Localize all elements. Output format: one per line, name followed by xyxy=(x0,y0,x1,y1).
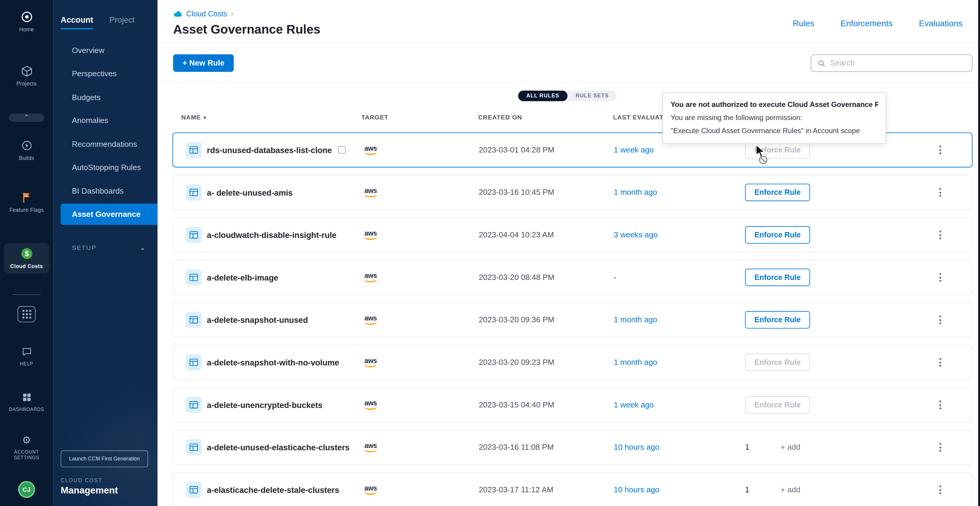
toggle-all-rules[interactable]: ALL RULES xyxy=(518,90,568,101)
sidebar-item-projects[interactable]: Projects xyxy=(0,64,53,87)
sidebar-item-account-settings[interactable]: ⚙ ACCOUNT SETTINGS xyxy=(0,433,53,461)
table-row[interactable]: a-delete-snapshot-unused aws 2023-03-20 … xyxy=(172,302,972,337)
toolbar-divider xyxy=(158,82,980,82)
sidebar-item-overview[interactable]: Overview xyxy=(53,40,158,61)
rule-name: a-delete-unencrypted-buckets xyxy=(207,400,322,409)
sidebar-item-builds[interactable]: Builds xyxy=(0,139,53,162)
nav-link-rules[interactable]: Rules xyxy=(793,19,815,28)
last-evaluation: 10 hours ago xyxy=(614,485,745,494)
last-evaluation: 3 weeks ago xyxy=(614,230,745,239)
harness-logo-icon xyxy=(20,10,33,24)
user-avatar[interactable]: CJ xyxy=(18,481,35,498)
kebab-menu[interactable] xyxy=(914,485,972,494)
tab-account[interactable]: Account xyxy=(60,15,93,29)
table-row[interactable]: a-delete-elb-image aws 2023-03-20 08:48 … xyxy=(172,260,972,295)
main-content: Cloud Costs › Asset Governance Rules Rul… xyxy=(158,0,980,506)
help-chat-icon xyxy=(20,345,33,358)
kebab-menu[interactable] xyxy=(914,188,972,197)
column-header-target: TARGET xyxy=(361,114,388,121)
breadcrumb-cloud-costs-link[interactable]: Cloud Costs xyxy=(186,9,227,18)
rule-icon xyxy=(186,312,202,328)
last-evaluation: 10 hours ago xyxy=(614,443,745,452)
kebab-menu[interactable] xyxy=(914,443,972,452)
sidebar-item-label: Feature Flags xyxy=(9,207,43,213)
kebab-menu[interactable] xyxy=(914,316,972,324)
sidebar-item-label: Home xyxy=(19,26,34,33)
sidebar-item-recommendations[interactable]: Recommendations xyxy=(53,134,158,155)
breadcrumb: Cloud Costs › xyxy=(173,9,233,18)
module-selector-button[interactable] xyxy=(18,306,36,322)
created-on: 2023-03-01 04:28 PM xyxy=(479,146,614,154)
rules-rulesets-toggle: ALL RULES RULE SETS xyxy=(518,90,617,101)
header-divider xyxy=(158,43,980,43)
enforce-rule-button[interactable]: Enforce Rule xyxy=(745,311,810,329)
last-evaluation: - xyxy=(614,273,745,282)
enforce-rule-button[interactable]: Enforce Rule xyxy=(745,184,810,201)
kebab-menu[interactable] xyxy=(914,358,972,366)
tab-project[interactable]: Project xyxy=(109,15,135,29)
sidebar-item-asset-governance[interactable]: Asset Governance xyxy=(60,204,158,225)
enforce-rule-button[interactable]: Enforce Rule xyxy=(745,141,810,159)
sidebar-item-bi-dashboards[interactable]: BI Dashboards xyxy=(53,181,158,201)
sidebar-item-autostopping-rules[interactable]: AutoStopping Rules xyxy=(53,157,158,178)
sidebar-item-perspectives[interactable]: Perspectives xyxy=(53,63,158,84)
launch-ccm-first-gen-button[interactable]: Launch CCM First Generation xyxy=(60,450,148,467)
last-evaluation: 1 week ago xyxy=(614,146,745,154)
rule-icon xyxy=(186,227,202,243)
rule-icon xyxy=(186,482,202,498)
enforcement-count: 1 xyxy=(745,443,749,452)
enforce-rule-button[interactable]: Enforce Rule xyxy=(745,269,810,286)
table-row[interactable]: a-elasticache-delete-stale-clusters aws … xyxy=(172,472,972,506)
search-input[interactable] xyxy=(830,59,966,67)
sidebar-item-dashboards[interactable]: DASHBOARDS xyxy=(0,390,53,412)
search-box xyxy=(811,54,972,72)
last-evaluation: 1 month ago xyxy=(614,188,745,197)
rule-name: a-delete-snapshot-with-no-volume xyxy=(207,358,339,367)
collapse-modules-button[interactable]: ⌃ xyxy=(9,114,45,122)
table-row[interactable]: a- delete-unused-amis aws 2023-03-16 10:… xyxy=(172,175,972,210)
add-enforcement-link[interactable]: + add xyxy=(781,443,800,452)
table-row[interactable]: a-delete-unused-elasticache-clusters aws… xyxy=(172,430,972,465)
kebab-menu[interactable] xyxy=(914,401,972,409)
kebab-menu[interactable] xyxy=(914,273,972,282)
created-on: 2023-03-15 04:40 PM xyxy=(479,401,614,409)
column-header-name[interactable]: NAME▾ xyxy=(181,114,207,121)
kebab-menu[interactable] xyxy=(914,146,972,154)
sidebar-item-help[interactable]: HELP xyxy=(0,345,53,367)
setup-section-toggle[interactable]: SETUP ⌄ xyxy=(72,244,146,252)
sidebar-item-feature-flags[interactable]: Feature Flags xyxy=(0,190,53,214)
new-rule-button[interactable]: + New Rule xyxy=(173,54,234,72)
sidebar-item-budgets[interactable]: Budgets xyxy=(53,87,158,108)
sidebar-item-label: ACCOUNT SETTINGS xyxy=(5,449,49,461)
rules-table: rds-unused-databases-list-clone aws 2023… xyxy=(172,133,972,506)
rule-name: a- delete-unused-amis xyxy=(207,188,293,197)
table-row[interactable]: a-delete-snapshot-with-no-volume aws 202… xyxy=(172,345,972,380)
page-title: Asset Governance Rules xyxy=(173,23,320,37)
primary-sidebar: Home Projects ⌃ Builds Feature Flags $ xyxy=(0,0,53,506)
tooltip-line: You are missing the following permission… xyxy=(671,111,878,124)
copy-icon[interactable] xyxy=(338,146,346,154)
nav-link-enforcements[interactable]: Enforcements xyxy=(840,19,893,28)
cloud-icon xyxy=(173,10,182,17)
sidebar-item-home[interactable]: Home xyxy=(0,10,53,33)
toggle-rule-sets[interactable]: RULE SETS xyxy=(568,90,617,101)
aws-logo-icon: aws xyxy=(363,357,379,368)
chevron-down-icon: ⌄ xyxy=(140,244,146,252)
cloud-costs-dollar-icon: $ xyxy=(20,247,33,260)
add-enforcement-link[interactable]: + add xyxy=(781,485,800,494)
kebab-menu[interactable] xyxy=(914,230,972,239)
rule-icon xyxy=(186,354,202,371)
table-row[interactable]: a-delete-unencrypted-buckets aws 2023-03… xyxy=(172,387,972,422)
enforce-rule-button[interactable]: Enforce Rule xyxy=(745,396,810,414)
enforce-rule-button[interactable]: Enforce Rule xyxy=(745,226,810,244)
sidebar-item-cloud-costs[interactable]: $ Cloud Costs xyxy=(4,243,49,273)
nav-link-evaluations[interactable]: Evaluations xyxy=(919,19,963,28)
rule-icon xyxy=(186,269,202,286)
aws-logo-icon: aws xyxy=(363,230,379,240)
sidebar-item-label: Builds xyxy=(19,155,34,162)
enforce-rule-button[interactable]: Enforce Rule xyxy=(745,354,810,371)
sidebar-item-anomalies[interactable]: Anomalies xyxy=(53,110,158,131)
scope-tabs: Account Project xyxy=(60,15,135,29)
table-row[interactable]: a-cloudwatch-disable-insight-rule aws 20… xyxy=(172,217,972,252)
rule-name: a-elasticache-delete-stale-clusters xyxy=(207,485,339,494)
